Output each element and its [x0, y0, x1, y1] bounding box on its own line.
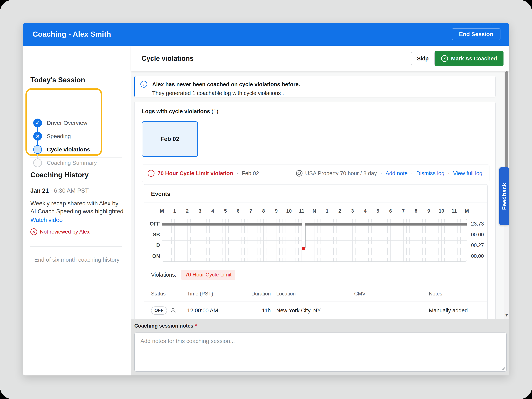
violation-warning-icon: !: [148, 170, 154, 177]
status-row-total: 23.73: [471, 221, 484, 227]
hour-label: 7: [245, 208, 256, 214]
hour-label: 7: [398, 208, 409, 214]
coaching-history-title: Coaching History: [30, 171, 89, 179]
mark-as-coached-button[interactable]: ✓ Mark As Coached: [435, 51, 504, 66]
status-connector: [302, 223, 302, 248]
hour-label: 3: [194, 208, 206, 214]
col-time: Time (PST): [187, 291, 249, 297]
violation-drive-segment: [302, 247, 305, 250]
logs-card: Logs with cycle violations (1) Feb 02 ! …: [134, 102, 495, 319]
status-row-total: 00.00: [471, 232, 484, 238]
content-header: Cycle violations Skip ✓ Mark As Coached: [131, 46, 509, 71]
violations-row: Violations: 70 Hour Cycle Limit: [151, 270, 235, 279]
watch-video-link[interactable]: Watch video: [30, 217, 63, 223]
scrollbar-thumb[interactable]: [505, 71, 508, 169]
violation-date: Feb 02: [242, 170, 259, 177]
events-card: Events M1234567891011N1234567891011MOFF2…: [144, 184, 488, 319]
sidebar: Today's Session ✓ Driver Overview ✕ Spee…: [23, 46, 131, 375]
status-row-label: D: [144, 242, 160, 248]
hour-label: M: [156, 208, 168, 214]
page-background: Coaching - Alex Smith End Session Today'…: [0, 0, 532, 399]
info-banner-line2: They generated 1 coachable log with cycl…: [152, 90, 284, 96]
step-skipped-icon: ✕: [33, 132, 42, 141]
content-scroll-area[interactable]: i Alex has never been coached on cycle v…: [131, 71, 509, 319]
step-completed-icon: ✓: [33, 119, 42, 127]
status-row-label: SB: [144, 232, 160, 238]
step-current-icon: [33, 145, 42, 154]
coaching-notes-input[interactable]: [134, 332, 507, 372]
coaching-notes-section: Coaching session notes*: [131, 319, 509, 375]
log-date-tab-feb02[interactable]: Feb 02: [142, 121, 198, 157]
todays-session-title: Today's Session: [30, 76, 85, 84]
section-title: Cycle violations: [142, 46, 194, 71]
ruleset-target-icon: [296, 170, 303, 177]
page-title: Coaching - Alex Smith: [33, 23, 111, 46]
status-row-label: ON: [144, 253, 160, 259]
coaching-window: Coaching - Alex Smith End Session Today'…: [23, 23, 509, 375]
hour-label: 3: [347, 208, 358, 214]
cell-location: New York City, NY: [271, 307, 349, 314]
history-time: 6:30 AM PST: [54, 187, 89, 194]
col-status: Status: [151, 291, 187, 297]
ruleset-label: USA Property 70 hour / 8 day: [305, 170, 377, 177]
history-description: Weekly recap shared with Alex by AI Coac…: [30, 200, 125, 215]
hour-label: 2: [334, 208, 345, 214]
check-circle-icon: ✓: [441, 55, 448, 62]
hour-label: 11: [296, 208, 307, 214]
violation-title: 70 Hour Cycle Limit violation: [158, 170, 233, 177]
scrollbar-down-arrow[interactable]: ▼: [504, 313, 509, 318]
skip-button[interactable]: Skip: [411, 52, 435, 65]
dot-separator: ·: [380, 170, 382, 177]
hour-label: 8: [258, 208, 269, 214]
cell-duration: 11h: [249, 307, 271, 314]
violation-gap-band: [302, 223, 305, 250]
session-stepper-highlight: ✓ Driver Overview ✕ Speeding Cycle viola…: [25, 88, 102, 156]
hour-label: 11: [448, 208, 460, 214]
add-note-link[interactable]: Add note: [386, 170, 408, 177]
events-table-header: Status Time (PST) Duration Location CMV …: [144, 286, 487, 302]
sidebar-divider: [30, 157, 122, 158]
dot-separator: ·: [50, 187, 52, 194]
hour-label: 10: [436, 208, 447, 214]
sidebar-step-cycle-violations[interactable]: Cycle violations: [47, 145, 90, 154]
view-full-log-link[interactable]: View full log: [453, 170, 482, 177]
required-asterisk: *: [195, 323, 197, 329]
col-cmv: CMV: [349, 291, 428, 297]
info-banner: i Alex has never been coached on cycle v…: [134, 76, 495, 97]
hour-label: 4: [207, 208, 218, 214]
hour-label: 5: [372, 208, 384, 214]
events-title: Events: [151, 190, 171, 197]
status-badge: OFF: [151, 306, 167, 315]
violation-badge: 70 Hour Cycle Limit: [181, 270, 235, 280]
history-entry-date-row: Jan 21 · 6:30 AM PST: [30, 187, 89, 194]
hour-label: 6: [232, 208, 244, 214]
hour-label: 9: [423, 208, 434, 214]
hos-grid: [162, 219, 467, 262]
hos-chart: M1234567891011N1234567891011MOFF23.73SB0…: [144, 205, 487, 264]
history-end-label: End of six month coaching history: [23, 256, 131, 263]
not-reviewed-status: ✕ Not reviewed by Alex: [30, 228, 89, 235]
hour-label: 6: [385, 208, 396, 214]
status-row-label: OFF: [144, 221, 160, 227]
cell-notes: Manually added: [428, 307, 487, 314]
col-duration: Duration: [249, 291, 271, 297]
violation-header: ! 70 Hour Cycle Limit violation · Feb 02…: [142, 165, 489, 182]
feedback-tab[interactable]: Feedback: [499, 167, 509, 225]
end-session-button[interactable]: End Session: [452, 28, 500, 40]
sidebar-step-coaching-summary[interactable]: Coaching Summary: [47, 158, 97, 167]
col-location: Location: [271, 291, 349, 297]
dot-separator: ·: [237, 170, 238, 177]
dot-separator: ·: [411, 170, 413, 177]
dismiss-log-link[interactable]: Dismiss log: [416, 170, 444, 177]
logs-heading: Logs with cycle violations (1): [142, 108, 218, 114]
app-header: Coaching - Alex Smith End Session: [23, 23, 509, 46]
hour-label: M: [461, 208, 473, 214]
not-reviewed-label: Not reviewed by Alex: [40, 229, 89, 235]
hour-label: 9: [271, 208, 282, 214]
events-table-row[interactable]: OFF 12:00:00 AM 11h New York City, NY Ma…: [144, 302, 487, 319]
sidebar-step-speeding[interactable]: Speeding: [47, 132, 71, 141]
status-segment: [162, 223, 302, 226]
cell-time: 12:00:00 AM: [187, 307, 249, 314]
hour-label: 2: [182, 208, 193, 214]
sidebar-step-driver-overview[interactable]: Driver Overview: [47, 119, 87, 127]
